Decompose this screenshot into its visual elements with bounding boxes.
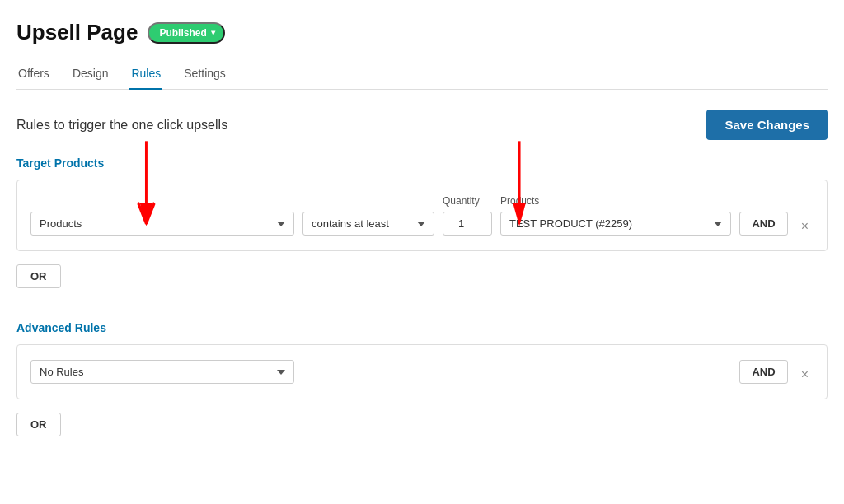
save-changes-button[interactable]: Save Changes [706, 110, 828, 140]
tab-settings[interactable]: Settings [182, 60, 227, 90]
advanced-rules-rule-card: No Rules Custom Rule 1 Custom Rule 2 AND… [16, 344, 828, 399]
advanced-rules-label: Advanced Rules [16, 321, 828, 334]
condition-select[interactable]: contains at least contains exactly does … [302, 212, 434, 236]
page-title: Upsell Page [16, 20, 138, 45]
type-field-group: Products Categories Tags [30, 212, 294, 236]
published-label: Published [159, 27, 206, 39]
section-header: Rules to trigger the one click upsells S… [16, 110, 828, 140]
or-button-1[interactable]: OR [16, 264, 61, 288]
advanced-close-button[interactable]: × [796, 366, 814, 384]
target-and-button[interactable]: AND [739, 212, 787, 236]
tab-rules[interactable]: Rules [129, 60, 162, 90]
target-products-card-wrapper: Products Categories Tags contains at lea… [16, 180, 828, 251]
target-products-rule-card: Products Categories Tags contains at lea… [16, 180, 828, 251]
condition-field-group: contains at least contains exactly does … [302, 212, 434, 236]
or-button-2[interactable]: OR [16, 413, 61, 436]
or-button-2-wrapper: OR [16, 409, 828, 453]
page-header: Upsell Page Published ▾ [16, 20, 828, 45]
tabs-container: Offers Design Rules Settings [16, 60, 828, 90]
published-badge-button[interactable]: Published ▾ [148, 22, 224, 44]
or-button-1-wrapper: OR [16, 261, 828, 305]
target-products-rule-row: Products Categories Tags contains at lea… [30, 195, 814, 236]
page-container: Upsell Page Published ▾ Offers Design Ru… [0, 0, 844, 473]
advanced-rules-rule-row: No Rules Custom Rule 1 Custom Rule 2 AND… [30, 360, 814, 384]
chevron-down-icon: ▾ [211, 28, 215, 37]
quantity-input[interactable] [443, 212, 492, 236]
advanced-type-select[interactable]: No Rules Custom Rule 1 Custom Rule 2 [30, 360, 294, 384]
quantity-label: Quantity [443, 195, 492, 207]
advanced-and-button[interactable]: AND [739, 360, 787, 384]
tab-offers[interactable]: Offers [16, 60, 51, 90]
target-close-button[interactable]: × [796, 217, 814, 236]
product-value-field-group: Products TEST PRODUCT (#2259) [500, 195, 731, 236]
products-type-select[interactable]: Products Categories Tags [30, 212, 294, 236]
quantity-field-group: Quantity [443, 195, 492, 236]
product-value-select[interactable]: TEST PRODUCT (#2259) [500, 212, 731, 236]
target-products-label: Target Products [16, 156, 828, 170]
tab-design[interactable]: Design [71, 60, 110, 90]
products-label: Products [500, 195, 731, 207]
advanced-type-field-group: No Rules Custom Rule 1 Custom Rule 2 [30, 360, 294, 384]
rules-section-title: Rules to trigger the one click upsells [16, 118, 227, 133]
